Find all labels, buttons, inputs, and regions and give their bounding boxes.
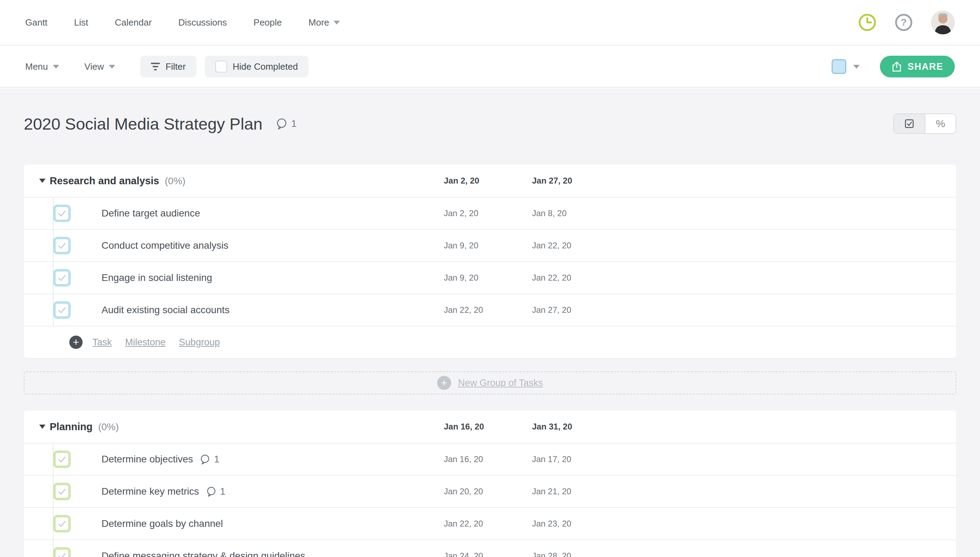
group-name: Planning(0%) [50, 421, 119, 433]
filter-button[interactable]: Filter [140, 56, 196, 77]
group-end-date: Jan 31, 20 [532, 422, 572, 432]
view-dropdown[interactable]: View [84, 61, 115, 72]
view-mode-toggle: % [893, 114, 956, 134]
task-name[interactable]: Determine goals by channel [102, 518, 223, 529]
tab-more[interactable]: More [308, 17, 339, 28]
task-end-date: Jan 21, 20 [532, 487, 571, 497]
hide-completed-toggle[interactable]: Hide Completed [205, 56, 308, 77]
task-name[interactable]: Determine key metrics 1 [102, 486, 226, 497]
task-end-date: Jan 22, 20 [532, 273, 571, 283]
check-icon [57, 454, 67, 464]
task-row[interactable]: Determine key metrics 1 Jan 20, 20 Jan 2… [24, 475, 956, 507]
task-row[interactable]: Determine objectives 1 Jan 16, 20 Jan 17… [24, 443, 956, 475]
tab-calendar[interactable]: Calendar [115, 17, 152, 28]
svg-text:?: ? [900, 17, 907, 28]
add-plus-icon[interactable]: + [69, 336, 83, 349]
content-area: 2020 Social Media Strategy Plan 1 % [0, 88, 980, 557]
title-row: 2020 Social Media Strategy Plan 1 % [24, 114, 956, 134]
percent-view-button[interactable]: % [925, 114, 956, 133]
new-group-label: New Group of Tasks [458, 378, 543, 389]
task-checkbox[interactable] [53, 547, 71, 557]
task-row[interactable]: Define target audience Jan 2, 20 Jan 8, … [24, 197, 956, 229]
task-row[interactable]: Conduct competitive analysis Jan 9, 20 J… [24, 229, 956, 261]
task-checkbox[interactable] [53, 237, 71, 254]
task-name[interactable]: Audit existing social accounts [102, 305, 230, 316]
add-subgroup-link[interactable]: Subgroup [179, 337, 220, 348]
task-start-date: Jan 16, 20 [444, 454, 483, 464]
task-name[interactable]: Conduct competitive analysis [102, 240, 229, 251]
task-checkbox[interactable] [53, 451, 71, 468]
collapse-caret-icon[interactable] [39, 425, 45, 429]
menu-dropdown[interactable]: Menu [25, 61, 59, 72]
comment-count: 1 [214, 454, 219, 465]
group-name: Research and analysis(0%) [50, 175, 185, 187]
group-start-date: Jan 16, 20 [444, 422, 484, 432]
collapse-caret-icon[interactable] [39, 179, 45, 183]
comment-count: 1 [291, 118, 297, 129]
check-icon [57, 240, 67, 251]
task-checkbox[interactable] [53, 269, 71, 287]
top-nav: Gantt List Calendar Discussions People M… [0, 0, 980, 46]
group-card-research: Research and analysis(0%) Jan 2, 20 Jan … [24, 164, 956, 358]
task-checkbox[interactable] [53, 301, 71, 319]
task-checkbox[interactable] [53, 515, 71, 533]
toolbar: Menu View Filter Hide Completed SHARE [0, 46, 980, 88]
help-icon[interactable]: ? [895, 13, 913, 31]
add-links: Task Milestone Subgroup [92, 337, 220, 348]
task-row[interactable]: Audit existing social accounts Jan 22, 2… [24, 293, 956, 326]
percent-icon: % [936, 118, 945, 130]
task-start-date: Jan 20, 20 [444, 487, 483, 497]
tab-list[interactable]: List [74, 17, 88, 28]
avatar-photo [931, 10, 955, 34]
task-name[interactable]: Engage in social listening [102, 272, 212, 283]
chevron-down-icon [109, 65, 115, 68]
hide-completed-checkbox[interactable] [215, 60, 227, 73]
task-end-date: Jan 22, 20 [532, 241, 571, 251]
task-checkbox[interactable] [53, 483, 71, 500]
project-comments[interactable]: 1 [275, 117, 297, 130]
check-icon [57, 518, 67, 529]
task-row[interactable]: Determine goals by channel Jan 22, 20 Ja… [24, 507, 956, 539]
clock-icon [858, 13, 876, 31]
check-icon [57, 208, 67, 218]
tab-gantt[interactable]: Gantt [25, 17, 48, 28]
share-export-icon [891, 61, 902, 72]
task-end-date: Jan 17, 20 [532, 454, 571, 464]
task-name[interactable]: Define messaging strategy & design guide… [102, 550, 305, 557]
comment-count: 1 [220, 486, 226, 497]
check-icon [57, 305, 67, 315]
task-name[interactable]: Define target audience [102, 208, 200, 219]
group-header-row[interactable]: Planning(0%) Jan 16, 20 Jan 31, 20 [24, 410, 956, 443]
chevron-down-icon [334, 21, 340, 24]
tab-people[interactable]: People [253, 17, 282, 28]
group-header-row[interactable]: Research and analysis(0%) Jan 2, 20 Jan … [24, 164, 956, 197]
color-swatch[interactable] [832, 59, 846, 74]
task-checkbox[interactable] [53, 205, 71, 222]
checkbox-icon [904, 119, 915, 129]
group-end-date: Jan 27, 20 [532, 176, 572, 186]
app-window: Gantt List Calendar Discussions People M… [0, 0, 980, 557]
add-item-row: + Task Milestone Subgroup [24, 326, 956, 358]
comment-bubble-icon [199, 454, 210, 465]
tab-discussions[interactable]: Discussions [178, 17, 227, 28]
task-end-date: Jan 27, 20 [532, 305, 571, 315]
new-group-of-tasks[interactable]: + New Group of Tasks [24, 371, 956, 394]
page-title[interactable]: 2020 Social Media Strategy Plan [24, 114, 263, 134]
task-name[interactable]: Determine objectives 1 [102, 454, 219, 465]
task-start-date: Jan 22, 20 [444, 305, 483, 315]
task-start-date: Jan 22, 20 [444, 519, 483, 529]
chevron-down-icon [53, 65, 59, 68]
task-comments[interactable]: 1 [199, 454, 219, 465]
group-percent: (0%) [98, 422, 118, 432]
task-row[interactable]: Define messaging strategy & design guide… [24, 539, 956, 557]
task-start-date: Jan 9, 20 [444, 241, 479, 251]
add-milestone-link[interactable]: Milestone [125, 337, 166, 348]
share-button[interactable]: SHARE [880, 56, 955, 77]
swatch-chevron-down-icon[interactable] [853, 65, 860, 68]
task-row[interactable]: Engage in social listening Jan 9, 20 Jan… [24, 261, 956, 293]
user-avatar[interactable] [931, 10, 955, 34]
checkbox-view-button[interactable] [894, 114, 925, 133]
add-task-link[interactable]: Task [92, 337, 112, 348]
time-tracking-icon[interactable] [858, 13, 876, 31]
task-comments[interactable]: 1 [206, 486, 226, 497]
